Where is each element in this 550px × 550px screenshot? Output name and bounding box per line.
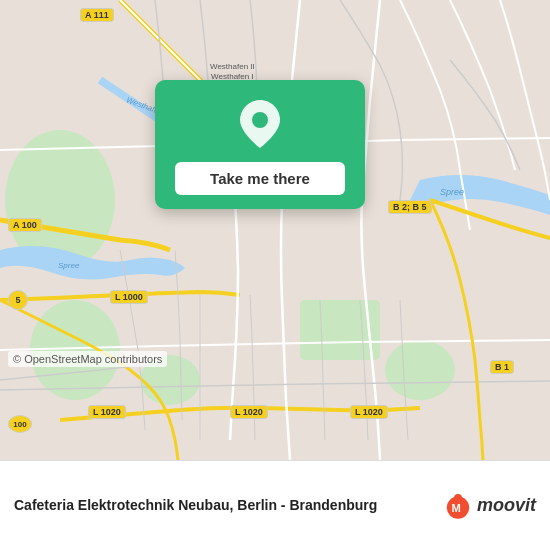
map-container: Spree Spree A 111 A 100 L 1000 L 1020 L …: [0, 0, 550, 460]
road-badge-l1020b: L 1020: [230, 405, 268, 419]
spree-label-left: Spree: [58, 261, 80, 270]
road-badge-100: 100: [8, 415, 32, 433]
location-card: Take me there: [155, 80, 365, 209]
bottom-bar: Cafeteria Elektrotechnik Neubau, Berlin …: [0, 460, 550, 550]
spree-label: Spree: [440, 187, 464, 197]
take-me-there-button[interactable]: Take me there: [175, 162, 345, 195]
road-badge-a100: A 100: [8, 218, 42, 232]
moovit-logo: M moovit: [442, 490, 536, 522]
svg-point-2: [30, 300, 120, 400]
map-svg: Spree Spree: [0, 0, 550, 460]
pin-icon-wrapper: [234, 98, 286, 150]
road-badge-l1000: L 1000: [110, 290, 148, 304]
moovit-text: moovit: [477, 495, 536, 516]
road-badge-a111: A 111: [80, 8, 114, 22]
osm-credit: © OpenStreetMap contributors: [8, 351, 167, 367]
svg-text:M: M: [452, 501, 461, 513]
road-badge-b25: B 2; B 5: [388, 200, 432, 214]
svg-point-4: [385, 340, 455, 400]
road-badge-b1: B 1: [490, 360, 514, 374]
road-badge-l1020c: L 1020: [350, 405, 388, 419]
road-badge-5: 5: [8, 290, 28, 310]
moovit-icon: M: [442, 490, 474, 522]
svg-point-6: [252, 112, 268, 128]
location-title: Cafeteria Elektrotechnik Neubau, Berlin …: [14, 496, 432, 514]
map-pin-icon: [238, 98, 282, 150]
road-badge-l1020a: L 1020: [88, 405, 126, 419]
svg-point-8: [454, 494, 462, 502]
